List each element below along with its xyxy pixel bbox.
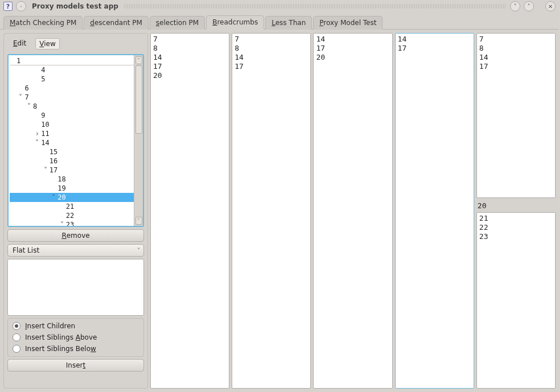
tree-node-label: 16: [48, 156, 59, 166]
tab-proxy-model-test[interactable]: Proxy Model Test: [313, 16, 383, 30]
col-3: 14 17 20: [313, 33, 392, 389]
radio-insert-children[interactable]: Insert Children: [13, 322, 139, 330]
expander-open-icon[interactable]: [34, 138, 40, 147]
listbox-4[interactable]: 14 17: [395, 33, 474, 389]
window-close-button[interactable]: ✕: [545, 1, 556, 11]
tree-node-label: 7: [23, 93, 30, 102]
window-title: Proxy models test app: [30, 2, 121, 10]
insert-button[interactable]: Insert: [7, 359, 144, 372]
tree-node-label: 14: [40, 138, 50, 147]
tree-row[interactable]: 5: [10, 75, 134, 84]
scroll-down-button[interactable]: ˅: [135, 217, 142, 225]
tree-node-label: 22: [65, 211, 75, 220]
expander-open-icon[interactable]: [51, 193, 56, 202]
tab-less-than[interactable]: Less Than: [265, 16, 312, 30]
col-5-separator-label: 20: [476, 200, 556, 210]
tree-row[interactable]: 21: [10, 202, 134, 211]
titlebar: ? ◦ Proxy models test app ˅ ˄ ✕: [0, 0, 559, 13]
tree-node-label: 18: [56, 175, 67, 184]
tree-row[interactable]: 23: [10, 220, 134, 226]
left-panel: Edit View 1 4 5 6 7 8 9 10 11 14 15 16 1…: [3, 33, 148, 389]
tab-selection[interactable]: selection PM: [150, 16, 205, 30]
expander-closed-icon[interactable]: [34, 129, 40, 138]
tree-scroll-area[interactable]: 1 4 5 6 7 8 9 10 11 14 15 16 17 18 19 20…: [9, 55, 134, 226]
radio-indicator: [13, 322, 20, 330]
combo-value: Flat List: [13, 246, 39, 254]
tree-node-label: 9: [40, 111, 46, 120]
tree-row[interactable]: 1: [10, 56, 134, 65]
tree-row[interactable]: 16: [10, 156, 134, 166]
tree-row[interactable]: 11: [10, 129, 134, 138]
listbox-5-bottom[interactable]: 21 22 23: [476, 212, 556, 389]
tree-row[interactable]: 6: [10, 84, 134, 93]
app-icon: ?: [3, 2, 13, 11]
list-mode-combo[interactable]: Flat List ˅: [7, 244, 144, 257]
tree-row[interactable]: 19: [10, 184, 134, 193]
radio-indicator: [13, 345, 20, 353]
tree-row[interactable]: 17: [10, 166, 134, 175]
tree-row[interactable]: 15: [10, 147, 134, 156]
listbox-2[interactable]: 7 8 14 17: [232, 33, 311, 389]
tree-row[interactable]: 4: [10, 65, 134, 75]
window-shade-down-button[interactable]: ˅: [510, 1, 520, 11]
listbox-5-top[interactable]: 7 8 14 17: [476, 33, 556, 198]
window-shade-up-button[interactable]: ˄: [524, 1, 534, 11]
tree-row[interactable]: 7: [10, 93, 134, 102]
listbox-1[interactable]: 7 8 14 17 20: [150, 33, 229, 389]
radio-insert-siblings-below[interactable]: Insert Siblings Below: [13, 345, 139, 353]
tree-row[interactable]: 14: [10, 138, 134, 147]
tree-node-label: 17: [48, 166, 59, 175]
tree-node-label: 5: [40, 75, 46, 84]
menu-edit[interactable]: Edit: [10, 38, 30, 49]
tab-breadcrumbs[interactable]: Breadcrumbs: [206, 15, 264, 30]
tree-node-label: 8: [32, 102, 38, 111]
tree-node-label: 4: [40, 65, 46, 75]
insert-text-area[interactable]: [7, 259, 144, 316]
tree-node-label: 23: [65, 220, 75, 226]
window-menu-button[interactable]: ◦: [16, 1, 26, 11]
scroll-up-button[interactable]: ˄: [135, 56, 142, 64]
col-4: 14 17: [395, 33, 474, 389]
expander-open-icon[interactable]: [26, 102, 32, 111]
tree-node-label: 1: [15, 56, 22, 65]
tree-node-label: 11: [40, 129, 50, 138]
tree-row[interactable]: 22: [10, 211, 134, 220]
tree-node-label: 21: [65, 202, 75, 211]
tab-bar: Match Checking PMdescendant PMselection …: [0, 13, 559, 30]
tree-node-label: 15: [48, 147, 59, 156]
scroll-thumb[interactable]: [135, 65, 142, 134]
expander-open-icon[interactable]: [43, 166, 48, 175]
tree-node-label: 20: [56, 193, 67, 202]
remove-button[interactable]: Remove: [7, 229, 144, 242]
tree-row[interactable]: 9: [10, 111, 134, 120]
expander-open-icon[interactable]: [18, 93, 23, 102]
content-area: Edit View 1 4 5 6 7 8 9 10 11 14 15 16 1…: [0, 30, 559, 392]
tree-row[interactable]: 20: [10, 193, 134, 202]
listbox-3[interactable]: 14 17 20: [313, 33, 392, 389]
tree-node-label: 19: [56, 184, 67, 193]
radio-insert-siblings-above[interactable]: Insert Siblings Above: [13, 333, 139, 341]
radio-indicator: [13, 333, 20, 341]
titlebar-texture: [124, 4, 507, 9]
tree-row[interactable]: 18: [10, 175, 134, 184]
scroll-track[interactable]: [135, 65, 142, 216]
expander-open-icon[interactable]: [59, 220, 65, 226]
tree-row[interactable]: 8: [10, 102, 134, 111]
tab-match-checking[interactable]: Match Checking PM: [3, 16, 83, 30]
tree-node-label: 10: [40, 120, 50, 129]
menubar: Edit View: [7, 37, 144, 52]
tree-node-label: 6: [23, 84, 30, 93]
chevron-down-icon: ˅: [137, 247, 140, 254]
tree-row[interactable]: 10: [10, 120, 134, 129]
tab-descendant[interactable]: descendant PM: [84, 16, 149, 30]
insert-mode-group: Insert Children Insert Siblings Above In…: [7, 318, 144, 357]
breadcrumb-columns: 7 8 14 17 20 7 8 14 17 14 17 20 14 17 7 …: [150, 33, 556, 389]
tree-scrollbar[interactable]: ˄ ˅: [134, 55, 143, 226]
col-1: 7 8 14 17 20: [150, 33, 229, 389]
col-5: 7 8 14 17 20 21 22 23: [476, 33, 556, 389]
col-2: 7 8 14 17: [232, 33, 311, 389]
menu-view[interactable]: View: [35, 38, 59, 49]
tree-view[interactable]: 1 4 5 6 7 8 9 10 11 14 15 16 17 18 19 20…: [7, 54, 144, 227]
